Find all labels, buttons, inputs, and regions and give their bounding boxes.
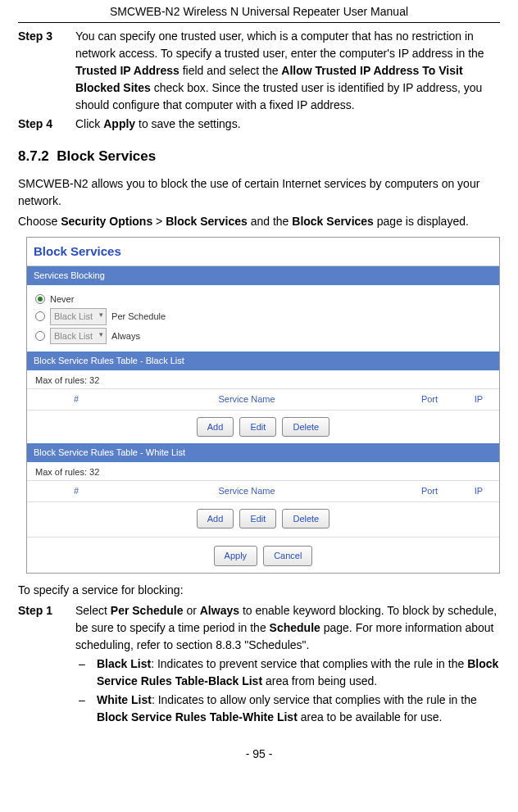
delete-button[interactable]: Delete [282,509,329,529]
step-3-row: Step 3 You can specify one trusted user,… [18,28,500,114]
black-list-table: # Service Name Port IP [27,388,499,411]
radio-suffix: Per Schedule [111,310,166,324]
manual-title: SMCWEB-N2 Wireless N Universal Repeater … [18,0,500,22]
blacklist-select[interactable]: Black List [50,328,107,345]
white-list-table: # Service Name Port IP [27,480,499,502]
black-list-max: Max of rules: 32 [27,370,499,389]
page-number: - 95 - [18,746,500,763]
apply-button[interactable]: Apply [214,546,258,566]
radio-suffix: Always [111,329,140,343]
step-3-text: You can specify one trusted user, which … [75,28,500,114]
radio-never[interactable]: Never [35,293,491,306]
header-divider [18,22,500,23]
specify-intro: To specify a service for blocking: [18,582,500,599]
radio-icon [35,294,45,304]
white-list-max: Max of rules: 32 [27,462,499,481]
cancel-button[interactable]: Cancel [263,546,312,566]
intro-para-2: Choose Security Options > Block Services… [18,213,500,230]
white-list-header: Block Service Rules Table - White List [27,443,499,462]
step-4-text: Click Apply to save the settings. [75,116,500,133]
edit-button[interactable]: Edit [239,509,276,529]
edit-button[interactable]: Edit [239,417,276,438]
block-services-screenshot: Block Services Services Blocking Never B… [26,237,500,574]
step-1-text: Select Per Schedule or Always to enable … [75,602,500,654]
sublist-black: – Black List: Indicates to prevent servi… [75,655,500,690]
radio-icon [35,331,45,341]
radio-label: Never [50,293,74,306]
sublist-white: – White List: Indicates to allow only se… [75,692,500,726]
radio-always[interactable]: Black List Always [35,328,491,345]
black-list-header: Block Service Rules Table - Black List [27,352,499,370]
intro-para-1: SMCWEB-N2 allows you to block the use of… [18,175,500,210]
step-4-row: Step 4 Click Apply to save the settings. [18,116,500,133]
add-button[interactable]: Add [197,417,234,438]
add-button[interactable]: Add [197,509,234,529]
delete-button[interactable]: Delete [282,417,329,438]
ss-title: Block Services [27,238,499,267]
blacklist-select[interactable]: Black List [50,308,107,325]
step-3-label: Step 3 [18,28,75,114]
services-blocking-header: Services Blocking [27,266,499,285]
step-1-row: Step 1 Select Per Schedule or Always to … [18,602,500,654]
step-4-label: Step 4 [18,116,75,133]
radio-icon [35,311,45,321]
section-heading: 8.7.2 Block Services [18,146,500,167]
step-1-label: Step 1 [18,602,75,654]
radio-per-schedule[interactable]: Black List Per Schedule [35,308,491,325]
